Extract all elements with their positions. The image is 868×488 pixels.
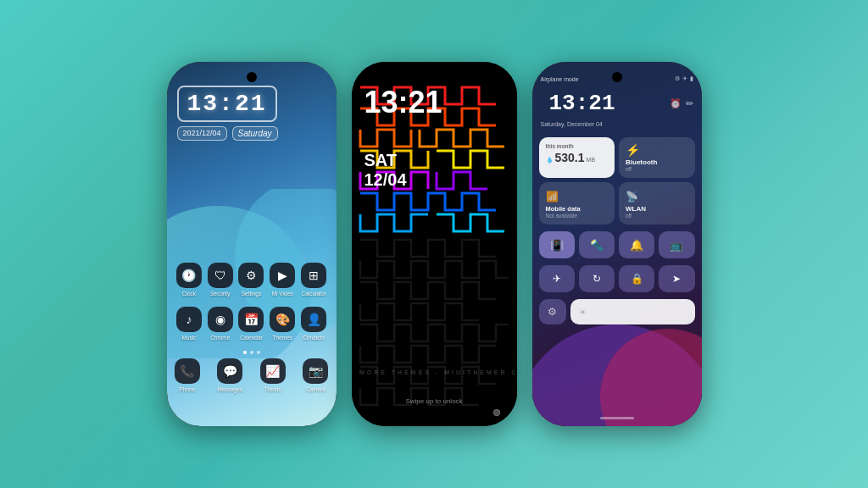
app-chrome[interactable]: ◉ Chrome (205, 307, 236, 341)
mobile-data-label: Mobile data (546, 205, 609, 213)
signal-icon: 📶 (546, 191, 559, 202)
right-clock: 13:21 (541, 87, 624, 119)
data-tile[interactable]: this month 💧 530.1 MB (539, 137, 615, 178)
wlan-tile[interactable]: 📡 WLAN off (619, 182, 695, 225)
app-grid: 🕐 Clock 🛡 Security ⚙ Settings ▶ Mi Video… (167, 263, 337, 402)
left-date: 2021/12/04 (177, 126, 227, 141)
app-security-label: Security (210, 291, 230, 297)
left-clock-time: 13:21 (177, 86, 277, 122)
messages-icon: 💬 (217, 358, 242, 384)
app-trends-label: Trends (264, 386, 281, 392)
data-unit: MB (587, 157, 596, 163)
app-mivideo-label: Mi Video (272, 291, 293, 297)
swipe-hint: Swipe up to unlock (405, 397, 462, 405)
mobile-data-tile[interactable]: 📶 Mobile data Not available (539, 182, 615, 225)
security-icon: 🛡 (208, 263, 233, 288)
app-themes[interactable]: 🎨 Themes (267, 307, 298, 341)
edit-icon-right: ✏ (686, 98, 693, 109)
cast-toggle[interactable]: 📺 (659, 231, 694, 258)
themes-icon: 🎨 (270, 307, 295, 332)
auto-rotate-toggle[interactable]: ↻ (579, 265, 615, 292)
bottom-camera-indicator (493, 409, 500, 416)
dot-active (243, 351, 247, 354)
camera-hole-center (429, 72, 439, 82)
wifi-icon: 📡 (626, 191, 638, 202)
mivideo-icon: ▶ (270, 263, 295, 288)
app-music[interactable]: ♪ Music (174, 307, 204, 341)
phone-left: 13:21 2021/12/04 Saturday 🕐 Clock 🛡 Secu… (167, 62, 337, 426)
camera-hole-left (247, 72, 257, 82)
moon-icon: ⚙ (539, 299, 566, 324)
app-settings[interactable]: ⚙ Settings (236, 263, 266, 297)
page-dots (174, 351, 330, 354)
airplane-toggle[interactable]: ✈ (539, 265, 575, 292)
app-phone[interactable]: 📞 Phone (174, 358, 202, 392)
phone-center: 13:21 SAT 12/04 Swipe up to unlock FOR M… (352, 62, 517, 426)
app-camera-label: Camera (306, 386, 326, 392)
app-chrome-label: Chrome (210, 335, 230, 341)
app-contacts[interactable]: 👤 Contacts (298, 307, 329, 341)
app-calendar-label: Calendar (240, 335, 262, 341)
chrome-icon: ◉ (208, 307, 233, 332)
control-grid: this month 💧 530.1 MB ⚡ Bluetooth off (532, 134, 702, 228)
watermark-center: FOR MORE THEMES - MIUITHEMER.COM (352, 369, 517, 375)
app-contacts-label: Contacts (303, 335, 325, 341)
camera-icon: 📷 (303, 358, 328, 384)
torch-toggle[interactable]: 🔦 (579, 231, 615, 258)
data-tile-label: this month (546, 143, 609, 149)
bluetooth-label: Bluetooth (626, 158, 688, 166)
phone-icon: 📞 (175, 358, 200, 384)
left-day: Saturday (232, 126, 278, 141)
camera-hole-right (612, 72, 622, 82)
lock-toggle[interactable]: 🔒 (619, 265, 654, 292)
app-mivideo[interactable]: ▶ Mi Video (267, 263, 298, 297)
center-clock: 13:21 (364, 87, 442, 118)
app-clock-label: Clock (182, 291, 196, 297)
music-icon: ♪ (176, 307, 202, 332)
airplane-icon-status: ✈ (682, 75, 687, 82)
bluetooth-status: off (626, 166, 688, 172)
trends-icon: 📈 (260, 358, 286, 384)
app-music-label: Music (181, 335, 196, 341)
quick-toggles-row1: 📳 🔦 🔔 📺 (532, 228, 702, 262)
screen-center: 13:21 SAT 12/04 Swipe up to unlock FOR M… (352, 62, 517, 426)
brightness-bar[interactable]: ☀ (570, 299, 695, 324)
data-drop-icon: 💧 (546, 157, 554, 164)
vibrate-toggle[interactable]: 📳 (539, 231, 575, 258)
alarm-toggle[interactable]: 🔔 (619, 231, 654, 258)
center-date: SAT 12/04 (364, 151, 407, 190)
dot-1 (250, 351, 253, 354)
center-date-month: 12/04 (364, 170, 407, 189)
battery-icon-status: ▮ (690, 75, 693, 82)
settings-icon-status: ⚙ (675, 75, 680, 82)
screen-right: Airplane mode ⚙ ✈ ▮ 13:21 ⏰ ✏ Saturday, … (532, 62, 702, 426)
home-indicator[interactable] (600, 417, 634, 419)
calculator-icon: ⊞ (301, 263, 326, 288)
app-messages[interactable]: 💬 Messages (216, 358, 244, 392)
brightness-icon: ☀ (579, 308, 587, 317)
airplane-mode-label: Airplane mode (541, 76, 579, 82)
app-row-1: 🕐 Clock 🛡 Security ⚙ Settings ▶ Mi Video… (174, 263, 330, 297)
app-clock[interactable]: 🕐 Clock (174, 263, 204, 297)
app-messages-label: Messages (217, 386, 242, 392)
status-icons: ⚙ ✈ ▮ (675, 75, 693, 82)
clock-widget: 13:21 2021/12/04 Saturday (177, 86, 326, 141)
clock-icon: 🕐 (176, 263, 202, 288)
dot-2 (257, 351, 260, 354)
app-calendar[interactable]: 📅 Calendar (236, 307, 266, 341)
app-trends[interactable]: 📈 Trends (259, 358, 287, 392)
phone-right: Airplane mode ⚙ ✈ ▮ 13:21 ⏰ ✏ Saturday, … (532, 62, 702, 426)
mobile-data-status: Not available (546, 213, 609, 219)
location-toggle[interactable]: ➤ (659, 265, 694, 292)
bluetooth-tile[interactable]: ⚡ Bluetooth off (619, 137, 695, 178)
app-camera[interactable]: 📷 Camera (302, 358, 330, 392)
app-calculator[interactable]: ⊞ Calculator (298, 263, 329, 297)
calendar-icon: 📅 (238, 307, 264, 332)
app-security[interactable]: 🛡 Security (205, 263, 236, 297)
contacts-icon: 👤 (301, 307, 326, 332)
screen-left: 13:21 2021/12/04 Saturday 🕐 Clock 🛡 Secu… (167, 62, 337, 426)
bluetooth-icon: ⚡ (626, 143, 640, 157)
app-themes-label: Themes (273, 335, 292, 341)
app-row-3: 📞 Phone 💬 Messages 📈 Trends 📷 Camera (174, 358, 330, 392)
settings-icon: ⚙ (238, 263, 264, 288)
